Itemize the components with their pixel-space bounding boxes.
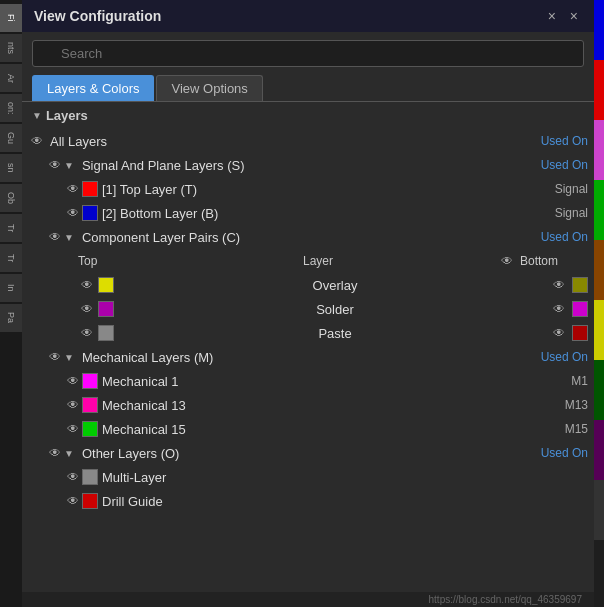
layer-right-mech[interactable]: Used On bbox=[533, 350, 588, 364]
clp-name-solder: Solder bbox=[114, 302, 550, 317]
tabs: Layers & Colors View Options bbox=[22, 75, 594, 101]
sidebar-item-sn[interactable]: sn bbox=[0, 154, 22, 182]
sidebar-item-tr1[interactable]: Tr bbox=[0, 214, 22, 242]
row-mech1[interactable]: 👁 Mechanical 1 M1 bbox=[22, 369, 594, 393]
left-sidebar: Fi nts Ar on: Gu sn Ob Tr Tr In Pa bbox=[0, 0, 22, 607]
row-content-all-layers: All Layers Used On bbox=[46, 134, 588, 149]
swatch-bottom-paste[interactable] bbox=[572, 325, 588, 341]
swatch-mech15[interactable] bbox=[82, 421, 98, 437]
swatch-mech13[interactable] bbox=[82, 397, 98, 413]
clp-name-paste: Paste bbox=[114, 326, 550, 341]
sidebar-item-on[interactable]: on: bbox=[0, 94, 22, 122]
sidebar-item-ar[interactable]: Ar bbox=[0, 64, 22, 92]
tab-layers-colors[interactable]: Layers & Colors bbox=[32, 75, 154, 101]
clp-row-solder[interactable]: 👁 Solder 👁 bbox=[22, 297, 594, 321]
sidebar-item-pa[interactable]: Pa bbox=[0, 304, 22, 332]
layer-right-signal-plane[interactable]: Used On bbox=[533, 158, 588, 172]
eye-mechanical-group[interactable]: 👁 bbox=[46, 348, 64, 366]
right-strip-red bbox=[594, 60, 604, 120]
row-drill-guide[interactable]: 👁 Drill Guide bbox=[22, 489, 594, 513]
swatch-top-solder[interactable] bbox=[98, 301, 114, 317]
eye-mech13[interactable]: 👁 bbox=[64, 396, 82, 414]
layer-name-drill: Drill Guide bbox=[98, 494, 580, 509]
eye-component-pairs[interactable]: 👁 bbox=[46, 228, 64, 246]
eye-other-group[interactable]: 👁 bbox=[46, 444, 64, 462]
eye-paste[interactable]: 👁 bbox=[78, 324, 96, 342]
eye-drill-guide[interactable]: 👁 bbox=[64, 492, 82, 510]
row-multi-layer[interactable]: 👁 Multi-Layer bbox=[22, 465, 594, 489]
sidebar-item-ob[interactable]: Ob bbox=[0, 184, 22, 212]
sidebar-item-in[interactable]: In bbox=[0, 274, 22, 302]
row-signal-plane[interactable]: 👁 ▼ Signal And Plane Layers (S) Used On bbox=[22, 153, 594, 177]
right-strip-darkpurple bbox=[594, 420, 604, 480]
swatch-drill-guide[interactable] bbox=[82, 493, 98, 509]
row-other-group[interactable]: 👁 ▼ Other Layers (O) Used On bbox=[22, 441, 594, 465]
triangle-mech: ▼ bbox=[64, 352, 74, 363]
swatch-top-layer[interactable] bbox=[82, 181, 98, 197]
sidebar-item-nts[interactable]: nts bbox=[0, 34, 22, 62]
eye-bottom-layer[interactable]: 👁 bbox=[64, 204, 82, 222]
sidebar-item-tr2[interactable]: Tr bbox=[0, 244, 22, 272]
tab-view-options[interactable]: View Options bbox=[156, 75, 262, 101]
row-mechanical-group[interactable]: 👁 ▼ Mechanical Layers (M) Used On bbox=[22, 345, 594, 369]
eye-multi-layer[interactable]: 👁 bbox=[64, 468, 82, 486]
row-content-mech: ▼ Mechanical Layers (M) Used On bbox=[64, 350, 588, 365]
row-top-layer[interactable]: 👁 [1] Top Layer (T) Signal bbox=[22, 177, 594, 201]
right-strip-brown bbox=[594, 240, 604, 300]
swatch-multi-layer[interactable] bbox=[82, 469, 98, 485]
layer-name-mech: Mechanical Layers (M) bbox=[78, 350, 533, 365]
row-content-signal-plane: ▼ Signal And Plane Layers (S) Used On bbox=[64, 158, 588, 173]
swatch-bottom-layer[interactable] bbox=[82, 205, 98, 221]
clp-row-overlay[interactable]: 👁 Overlay 👁 bbox=[22, 273, 594, 297]
row-content-top-layer: [1] Top Layer (T) Signal bbox=[98, 182, 588, 197]
layer-right-mech15: M15 bbox=[557, 422, 588, 436]
triangle-signal-plane: ▼ bbox=[64, 160, 74, 171]
swatch-bottom-overlay[interactable] bbox=[572, 277, 588, 293]
row-content-mech1: Mechanical 1 M1 bbox=[98, 374, 588, 389]
layer-right-top-layer: Signal bbox=[547, 182, 588, 196]
clp-row-paste[interactable]: 👁 Paste 👁 bbox=[22, 321, 594, 345]
layer-name-other: Other Layers (O) bbox=[78, 446, 533, 461]
search-bar: 🔍 bbox=[22, 32, 594, 75]
row-component-layer-pairs[interactable]: 👁 ▼ Component Layer Pairs (C) Used On bbox=[22, 225, 594, 249]
search-input[interactable] bbox=[32, 40, 584, 67]
swatch-mech1[interactable] bbox=[82, 373, 98, 389]
clp-header-eye: 👁 bbox=[498, 252, 516, 270]
row-mech13[interactable]: 👁 Mechanical 13 M13 bbox=[22, 393, 594, 417]
content-area[interactable]: ▼ Layers 👁 All Layers Used On 👁 ▼ Signal… bbox=[22, 101, 594, 592]
sidebar-item-gu[interactable]: Gu bbox=[0, 124, 22, 152]
right-strip-green bbox=[594, 180, 604, 240]
swatch-top-paste[interactable] bbox=[98, 325, 114, 341]
eye-top-layer[interactable]: 👁 bbox=[64, 180, 82, 198]
right-strip-darkgreen bbox=[594, 360, 604, 420]
eye-bottom-overlay[interactable]: 👁 bbox=[550, 276, 568, 294]
row-all-layers[interactable]: 👁 All Layers Used On bbox=[22, 129, 594, 153]
swatch-top-overlay[interactable] bbox=[98, 277, 114, 293]
search-wrapper: 🔍 bbox=[32, 40, 584, 67]
close-button[interactable]: × bbox=[566, 8, 582, 24]
swatch-bottom-solder[interactable] bbox=[572, 301, 588, 317]
layer-right-other[interactable]: Used On bbox=[533, 446, 588, 460]
eye-bottom-paste[interactable]: 👁 bbox=[550, 324, 568, 342]
eye-overlay[interactable]: 👁 bbox=[78, 276, 96, 294]
clp-name-overlay: Overlay bbox=[114, 278, 550, 293]
layer-name-mech13: Mechanical 13 bbox=[98, 398, 557, 413]
layer-name-all-layers: All Layers bbox=[46, 134, 533, 149]
eye-mech1[interactable]: 👁 bbox=[64, 372, 82, 390]
eye-signal-plane[interactable]: 👁 bbox=[46, 156, 64, 174]
row-content-drill: Drill Guide bbox=[98, 494, 588, 509]
layer-right-all-layers[interactable]: Used On bbox=[533, 134, 588, 148]
layer-name-bottom-layer: [2] Bottom Layer (B) bbox=[98, 206, 547, 221]
row-content-multi: Multi-Layer bbox=[98, 470, 588, 485]
right-sidebar bbox=[594, 0, 604, 607]
layer-right-clp[interactable]: Used On bbox=[533, 230, 588, 244]
eye-all-layers[interactable]: 👁 bbox=[28, 132, 46, 150]
eye-bottom-solder[interactable]: 👁 bbox=[550, 300, 568, 318]
row-bottom-layer[interactable]: 👁 [2] Bottom Layer (B) Signal bbox=[22, 201, 594, 225]
pin-button[interactable]: × bbox=[544, 8, 560, 24]
eye-mech15[interactable]: 👁 bbox=[64, 420, 82, 438]
row-mech15[interactable]: 👁 Mechanical 15 M15 bbox=[22, 417, 594, 441]
right-strip-purple bbox=[594, 120, 604, 180]
eye-solder[interactable]: 👁 bbox=[78, 300, 96, 318]
sidebar-item-fi[interactable]: Fi bbox=[0, 4, 22, 32]
